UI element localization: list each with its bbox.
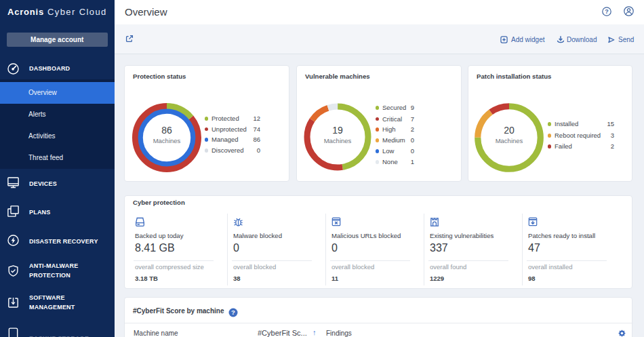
svg-text:?: ? (231, 309, 235, 316)
svg-text:?: ? (605, 8, 609, 15)
